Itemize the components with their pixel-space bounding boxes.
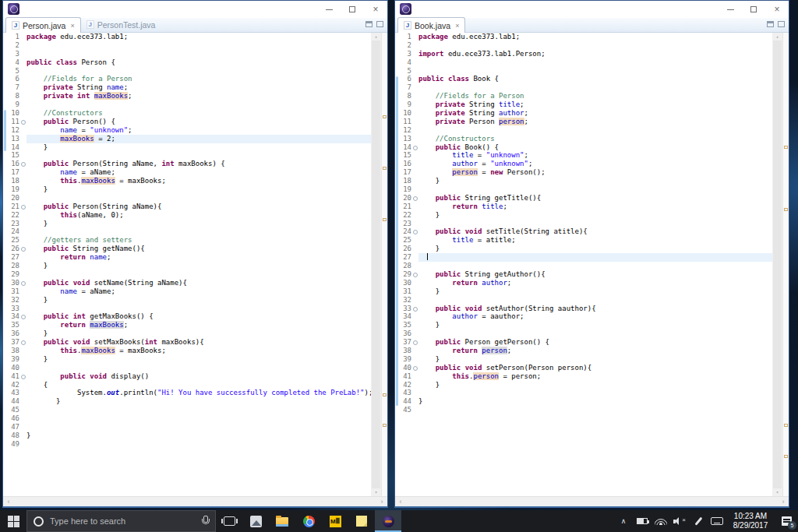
code-line[interactable]: 8 private int maxBooks; — [3, 92, 371, 100]
horizontal-scrollbar[interactable]: ‹ › — [3, 496, 387, 506]
code-line[interactable]: 11 public Person() { — [3, 118, 371, 126]
code-line[interactable]: 22 this(aName, 0); — [3, 211, 371, 220]
code-line[interactable]: 1package edu.ece373.lab1; — [395, 33, 772, 41]
occurrence-mark[interactable] — [383, 115, 387, 118]
maximize-view-icon[interactable] — [376, 21, 383, 27]
code-editor-person[interactable]: 1package edu.ece373.lab1;234public class… — [3, 33, 387, 496]
microphone-icon[interactable] — [201, 516, 209, 527]
code-line[interactable]: 17 person = new Person(); — [395, 168, 772, 177]
code-line[interactable]: 19 } — [3, 185, 371, 194]
code-line[interactable]: 9 private String title; — [395, 100, 772, 109]
fold-marker-icon[interactable] — [411, 227, 418, 236]
matlab-button[interactable]: MⅢ — [322, 510, 348, 532]
code-line[interactable]: 45 — [3, 406, 371, 414]
scrollbar-thumb[interactable] — [372, 41, 380, 488]
fold-marker-icon[interactable] — [19, 118, 26, 126]
code-line[interactable]: 4public class Person { — [3, 58, 371, 67]
horizontal-scrollbar[interactable]: ‹ › — [395, 496, 789, 506]
code-line[interactable]: 39 } — [3, 355, 371, 364]
overview-ruler[interactable] — [782, 33, 789, 496]
code-line[interactable]: 25 title = atitle; — [395, 236, 772, 245]
code-line[interactable]: 22 } — [395, 211, 772, 220]
close-button[interactable]: × — [765, 1, 789, 18]
code-line[interactable]: 2 — [3, 41, 371, 50]
file-explorer-button[interactable] — [269, 510, 295, 532]
editor-tab-person.java[interactable]: JPerson.java× — [5, 17, 81, 33]
scroll-down-arrow[interactable]: ▾ — [371, 488, 381, 496]
code-line[interactable]: 27 return name; — [3, 253, 371, 262]
code-line[interactable]: 14 } — [3, 143, 371, 152]
eclipse-taskbar-button[interactable] — [375, 510, 401, 532]
minimize-button[interactable] — [719, 1, 742, 18]
code-line[interactable]: 19 — [395, 185, 772, 194]
code-line[interactable]: 14 public Book() { — [395, 143, 772, 152]
code-line[interactable]: 49 — [3, 440, 371, 449]
code-line[interactable]: 16 author = "unknown"; — [395, 160, 772, 168]
code-line[interactable]: 15 — [3, 151, 371, 160]
code-line[interactable]: 25 //getters and setters — [3, 236, 371, 245]
code-line[interactable]: 34 author = aauthor; — [395, 312, 772, 321]
code-line[interactable]: 5 — [395, 67, 772, 76]
scroll-right-arrow[interactable]: › — [377, 497, 387, 507]
overview-ruler[interactable] — [381, 33, 387, 496]
code-line[interactable]: 18 this.maxBooks = maxBooks; — [3, 177, 371, 185]
code-line[interactable]: 23 } — [3, 220, 371, 228]
code-line[interactable]: 37 public Person getPerson() { — [395, 338, 772, 347]
code-line[interactable]: 33 public void setAuthor(String aauthor)… — [395, 305, 772, 313]
code-line[interactable]: 45 — [395, 406, 772, 414]
scroll-left-arrow[interactable]: ‹ — [4, 497, 13, 507]
occurrence-mark[interactable] — [784, 208, 788, 211]
code-line[interactable]: 21 return title; — [395, 203, 772, 211]
code-line[interactable]: 3 — [3, 50, 371, 58]
touch-keyboard-button[interactable] — [708, 510, 726, 532]
close-button[interactable]: × — [364, 1, 387, 18]
occurrence-mark[interactable] — [383, 393, 387, 396]
maximize-button[interactable] — [742, 1, 765, 18]
code-line[interactable]: 3import edu.ece373.lab1.Person; — [395, 50, 772, 58]
sticky-notes-button[interactable] — [348, 510, 375, 532]
tab-close-icon[interactable]: × — [455, 22, 459, 30]
minimize-view-icon[interactable] — [365, 21, 373, 27]
fold-marker-icon[interactable] — [19, 338, 26, 347]
chrome-button[interactable] — [295, 510, 322, 532]
code-line[interactable]: 28 } — [3, 262, 371, 270]
code-line[interactable]: 26 } — [395, 245, 772, 253]
clock[interactable]: 10:23 AM 8/29/2017 — [726, 512, 775, 530]
editor-tab-book.java[interactable]: JBook.java× — [397, 17, 465, 33]
code-line[interactable]: 4 — [395, 58, 772, 67]
code-line[interactable]: 39 } — [395, 355, 772, 364]
scroll-right-arrow[interactable]: › — [779, 497, 788, 507]
code-line[interactable]: 46 — [3, 414, 371, 423]
minimize-button[interactable] — [317, 1, 341, 18]
code-line[interactable]: 10 private String author; — [395, 109, 772, 118]
fold-marker-icon[interactable] — [411, 364, 418, 372]
code-line[interactable]: 44 } — [3, 397, 371, 406]
code-line[interactable]: 24 — [3, 227, 371, 236]
titlebar[interactable]: × — [3, 1, 387, 18]
code-line[interactable]: 47 — [3, 423, 371, 432]
code-line[interactable]: 40 — [3, 364, 371, 372]
fold-marker-icon[interactable] — [19, 203, 26, 211]
code-line[interactable]: 12 name = "unknown"; — [3, 126, 371, 135]
code-line[interactable]: 32 — [395, 296, 772, 305]
code-line[interactable]: 48} — [3, 432, 371, 440]
code-line[interactable]: 36 } — [3, 329, 371, 338]
scroll-down-arrow[interactable]: ▾ — [772, 488, 782, 496]
code-line[interactable]: 41 this.person = person; — [395, 372, 772, 381]
code-line[interactable]: 9 — [3, 100, 371, 109]
fold-marker-icon[interactable] — [19, 279, 26, 287]
code-line[interactable]: 24 public void setTitle(String atitle){ — [395, 227, 772, 236]
code-line[interactable]: 11 private Person person; — [395, 118, 772, 126]
volume-button[interactable]: × — [670, 510, 689, 532]
code-line[interactable]: 13 maxBooks = 2; — [3, 135, 371, 143]
fold-marker-icon[interactable] — [19, 160, 26, 168]
occurrence-mark[interactable] — [383, 218, 387, 221]
code-line[interactable]: 26 public String getName(){ — [3, 245, 371, 253]
code-line[interactable]: 17 name = aName; — [3, 168, 371, 177]
code-line[interactable]: 20 public String getTitle(){ — [395, 194, 772, 203]
editor-tab-persontest.java[interactable]: JPersonTest.java — [81, 17, 161, 32]
scrollbar-thumb[interactable] — [773, 41, 782, 488]
code-line[interactable]: 12 — [395, 126, 772, 135]
code-line[interactable]: 31 } — [395, 287, 772, 296]
code-line[interactable]: 27 — [395, 253, 772, 262]
